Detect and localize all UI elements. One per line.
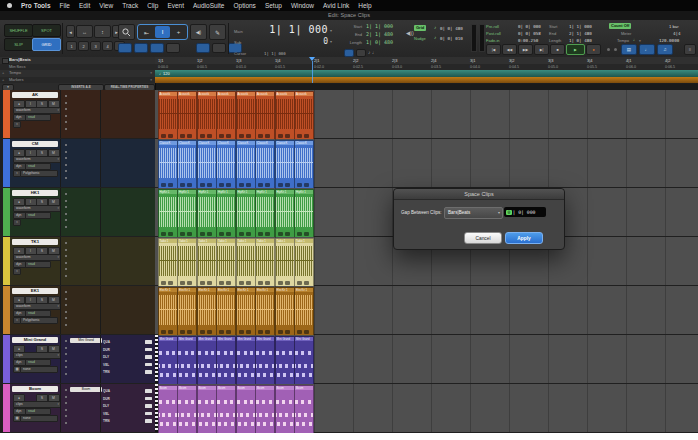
track-color-strip[interactable]	[3, 335, 10, 383]
return-to-zero-button[interactable]: |◀	[486, 44, 501, 55]
clip-eleckit-1-6[interactable]: ElecKit 1	[255, 287, 275, 336]
rtp-vel-label[interactable]: VEL	[103, 412, 116, 416]
clip-fade-out-handle[interactable]	[226, 183, 231, 187]
clip-fade-out-handle[interactable]	[168, 232, 173, 236]
clip-fade-out-handle[interactable]	[207, 134, 212, 138]
zoom-toggle-4-icon[interactable]	[166, 43, 180, 53]
insert-slot-icon[interactable]	[65, 151, 67, 153]
dialog-title[interactable]: Space Clips	[394, 189, 564, 200]
selector-tool-button[interactable]: I	[155, 26, 170, 38]
clip-fade-in-handle[interactable]	[161, 281, 166, 285]
clip-hipkit-1-2[interactable]: HipKit 1	[177, 189, 197, 238]
clip-eleckit-1-3[interactable]: ElecKit 1	[197, 287, 217, 336]
toolbar-menu-button[interactable]: ≡	[684, 44, 696, 55]
clip-eleckit-1-7[interactable]: ElecKit 1	[275, 287, 295, 336]
post-roll-value[interactable]: 0| 0| 058	[518, 31, 541, 36]
track-view-selector[interactable]: waveform▾	[13, 156, 61, 163]
insert-slot-icon[interactable]	[65, 317, 67, 319]
zoom-out-arrow-icon[interactable]: ◂	[66, 25, 75, 38]
insert-slot-icon[interactable]	[65, 268, 67, 270]
insert-slot-icon[interactable]	[65, 206, 67, 208]
clip-fade-out-handle[interactable]	[285, 330, 290, 334]
clip-fade-in-handle[interactable]	[297, 330, 302, 334]
clip-hipkit-1-5[interactable]: HipKit 1	[236, 189, 256, 238]
clip-boom-2[interactable]: Boom	[177, 385, 197, 434]
clip-taiko-1-5[interactable]: Taiko 1	[236, 238, 256, 287]
clip-boom-1[interactable]: Boom	[158, 385, 178, 434]
insert-slot-icon[interactable]	[65, 262, 67, 264]
clip-fade-out-handle[interactable]	[226, 281, 231, 285]
menu-item-audiosuite[interactable]: AudioSuite	[193, 2, 224, 9]
clip-hipkit-1-3[interactable]: HipKit 1	[197, 189, 217, 238]
play-button[interactable]: ▶	[566, 44, 585, 55]
track-color-strip[interactable]	[3, 286, 10, 334]
clip-fade-in-handle[interactable]	[239, 183, 244, 187]
clip-boom-4[interactable]: Boom	[216, 385, 236, 434]
track-view-selector[interactable]: waveform▾	[13, 303, 61, 310]
rtp-trn-label[interactable]: TRN	[103, 419, 116, 423]
nudge-label[interactable]: Nudge	[414, 36, 426, 41]
insert-slot-icon[interactable]	[65, 177, 67, 179]
clip-classick-7[interactable]: ClassicK	[275, 140, 295, 189]
clip-fade-out-handle[interactable]	[304, 183, 309, 187]
clip-hipkit-1-4[interactable]: HipKit 1	[216, 189, 236, 238]
clip-fade-in-handle[interactable]	[258, 134, 263, 138]
clip-hipkit-1-7[interactable]: HipKit 1	[275, 189, 295, 238]
automation-mode-selector[interactable]: read	[25, 163, 51, 170]
record-button[interactable]: ●	[586, 44, 601, 55]
clip-mini-grand-3[interactable]: Mini Grand	[197, 336, 217, 385]
rtp-qua-label[interactable]: QUA	[103, 340, 116, 344]
fade-in-value[interactable]: 0:00.250	[518, 38, 538, 43]
scrubber-tool-button[interactable]: ◀)	[190, 24, 207, 40]
clip-fade-out-handle[interactable]	[207, 330, 212, 334]
insert-slot-icon[interactable]	[65, 157, 67, 159]
tempo-value[interactable]: 120.0000	[659, 38, 679, 43]
count-off-button[interactable]: Count Off	[609, 23, 631, 29]
elastic-plugin-selector[interactable]: none	[20, 415, 58, 422]
rtp-vel-value-box[interactable]	[145, 363, 152, 367]
clip-mini-grand-6[interactable]: Mini Grand	[255, 336, 275, 385]
clip-classick-1[interactable]: ClassicK	[158, 140, 178, 189]
track-name[interactable]: EK1	[12, 288, 58, 294]
clip-fade-out-handle[interactable]	[187, 183, 192, 187]
mode-grid-button[interactable]: GRID	[32, 38, 61, 51]
clip-taiko-1-1[interactable]: Taiko 1	[158, 238, 178, 287]
horizontal-zoom-icon[interactable]: ↔	[76, 25, 93, 38]
insert-slot-icon[interactable]	[65, 353, 67, 355]
insert-slot-icon[interactable]	[65, 226, 67, 228]
rtp-dly-value-box[interactable]	[145, 355, 152, 359]
insert-slot-icon[interactable]	[65, 121, 67, 123]
clip-fade-in-handle[interactable]	[200, 232, 205, 236]
clip-zone[interactable]: Mini GrandMini GrandMini GrandMini Grand…	[155, 335, 698, 383]
automation-mode-selector[interactable]: read	[25, 359, 51, 366]
zoom-preset-3-button[interactable]: 3	[90, 41, 101, 51]
vertical-zoom-icon[interactable]: ↕	[94, 25, 111, 38]
clip-classick-5[interactable]: ClassicK	[236, 140, 256, 189]
elastic-audio-icon[interactable]: ≈	[13, 268, 21, 275]
clip-fade-in-handle[interactable]	[200, 183, 205, 187]
clip-fade-in-handle[interactable]	[180, 281, 185, 285]
pencil-tool-button[interactable]: ✎	[209, 24, 226, 40]
meter-value[interactable]: 4|4	[673, 31, 681, 36]
clip-fade-in-handle[interactable]	[219, 183, 224, 187]
clip-fade-out-handle[interactable]	[207, 281, 212, 285]
rtp-trn-value-box[interactable]	[145, 419, 152, 423]
clip-fade-in-handle[interactable]	[258, 183, 263, 187]
fast-forward-button[interactable]: ▶▶	[518, 44, 533, 55]
insert-slot-icon[interactable]	[65, 389, 67, 391]
rtp-dur-label[interactable]: DUR	[103, 397, 116, 401]
clip-acoustik-8[interactable]: Acoustik	[294, 91, 314, 140]
clip-taiko-1-7[interactable]: Taiko 1	[275, 238, 295, 287]
clip-mini-grand-2[interactable]: Mini Grand	[177, 336, 197, 385]
clip-fade-out-handle[interactable]	[207, 232, 212, 236]
track-view-selector[interactable]: waveform▾	[13, 205, 61, 212]
clip-fade-in-handle[interactable]	[258, 281, 263, 285]
main-counter-value[interactable]: 1| 1| 000	[256, 24, 328, 35]
midi-merge-button[interactable]: ▤	[621, 44, 637, 55]
clip-fade-out-handle[interactable]	[304, 281, 309, 285]
tempo-menu-icon[interactable]: ▾	[639, 39, 641, 43]
clip-fade-in-handle[interactable]	[297, 232, 302, 236]
clip-fade-out-handle[interactable]	[226, 330, 231, 334]
clip-fade-out-handle[interactable]	[285, 183, 290, 187]
clip-acoustik-3[interactable]: Acoustik	[197, 91, 217, 140]
